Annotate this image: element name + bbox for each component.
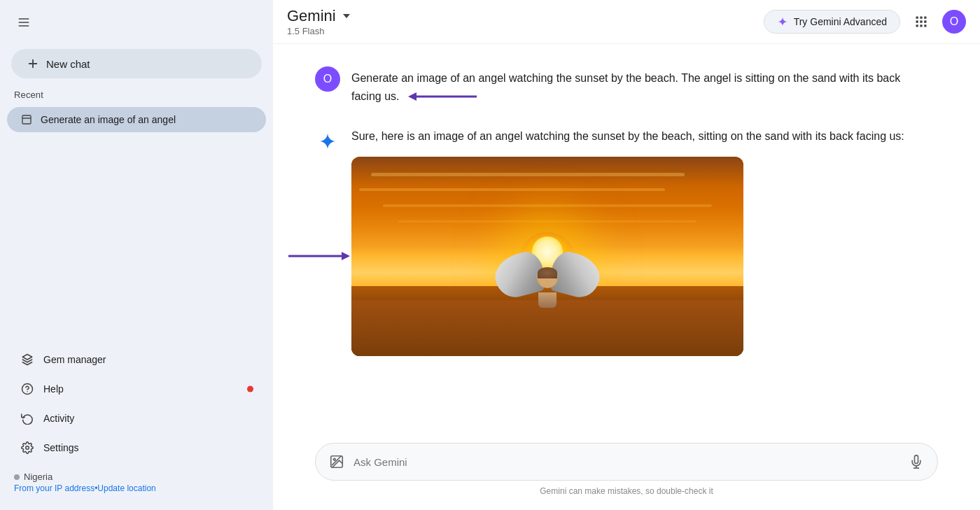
angel-hair	[538, 267, 557, 278]
svg-rect-17	[920, 24, 922, 27]
input-area: Gemini can make mistakes, so double-chec…	[273, 432, 980, 510]
svg-rect-5	[22, 115, 31, 124]
sidebar-item-activity-label: Activity	[43, 413, 74, 424]
location-dot-icon	[14, 474, 20, 480]
sidebar-item-settings[interactable]: Settings	[7, 434, 266, 462]
header-title-area: Gemini 1.5 Flash	[287, 7, 764, 36]
svg-rect-14	[920, 20, 922, 22]
cloud-streak-3	[383, 204, 712, 207]
gemini-message: Sure, here is an image of an angel watch…	[315, 127, 938, 359]
microphone-icon	[909, 455, 923, 469]
svg-rect-1	[19, 22, 29, 23]
new-chat-button[interactable]: New chat	[11, 49, 262, 78]
svg-rect-13	[916, 20, 918, 22]
gemini-logo-icon	[318, 132, 337, 151]
generated-image-container	[351, 157, 743, 356]
sidebar-item-settings-label: Settings	[43, 442, 79, 453]
header: Gemini 1.5 Flash Try Gemini Advanced	[273, 0, 980, 44]
main-content: Gemini 1.5 Flash Try Gemini Advanced	[273, 0, 980, 510]
microphone-button[interactable]	[906, 452, 926, 472]
svg-rect-16	[916, 24, 918, 27]
chat-input[interactable]	[354, 456, 899, 468]
image-icon	[329, 454, 344, 469]
sidebar-item-help[interactable]: Help	[7, 375, 266, 403]
svg-rect-12	[924, 17, 926, 19]
title-dropdown-icon[interactable]	[343, 14, 350, 18]
svg-marker-22	[342, 252, 350, 260]
cloud-streak-1	[371, 173, 685, 176]
svg-marker-20	[408, 92, 416, 101]
location-section: Nigeria From your IP address • Update lo…	[0, 463, 273, 504]
user-message-text: Generate an image of an angel watching t…	[351, 66, 925, 105]
recent-section-label: Recent	[0, 90, 273, 106]
header-actions: Try Gemini Advanced O	[764, 9, 966, 34]
gemini-content: Sure, here is an image of an angel watch…	[351, 127, 925, 359]
image-arrow-icon	[288, 250, 350, 262]
input-box	[315, 443, 938, 481]
svg-rect-18	[924, 24, 926, 27]
ip-address-link[interactable]: From your IP address	[14, 483, 94, 493]
sidebar-item-gem-manager-label: Gem manager	[43, 354, 106, 365]
model-label: 1.5 Flash	[287, 26, 764, 36]
sidebar-item-help-label: Help	[43, 383, 64, 395]
sidebar-item-activity[interactable]: Activity	[7, 404, 266, 432]
chat-area: O Generate an image of an angel watching…	[273, 44, 980, 432]
user-avatar[interactable]: O	[942, 10, 966, 34]
google-apps-button[interactable]	[909, 9, 934, 34]
disclaimer-text: Gemini can make mistakes, so double-chec…	[315, 481, 938, 504]
gemini-response-text: Sure, here is an image of an angel watch…	[351, 127, 925, 146]
cloud-streak-4	[398, 220, 696, 222]
location-country: Nigeria	[14, 472, 259, 482]
recent-chat-item[interactable]: Generate an image of an angel	[7, 107, 266, 132]
hamburger-button[interactable]	[11, 10, 36, 35]
image-input-icon[interactable]	[327, 452, 346, 472]
sidebar-nav: Gem manager Help Activity Settings	[0, 339, 273, 510]
user-message-avatar: O	[315, 66, 340, 92]
sand	[351, 300, 743, 356]
gemini-star-icon	[777, 16, 788, 27]
image-arrow-annotation	[288, 250, 350, 262]
generated-image	[351, 157, 743, 356]
svg-point-24	[333, 458, 335, 460]
try-advanced-button[interactable]: Try Gemini Advanced	[764, 10, 900, 34]
country-label: Nigeria	[24, 472, 52, 482]
grid-icon	[914, 15, 928, 29]
angel-body	[538, 292, 556, 308]
update-location-link[interactable]: Update location	[97, 483, 155, 493]
svg-rect-2	[19, 25, 29, 27]
cloud-streak-2	[359, 188, 665, 191]
user-message: O Generate an image of an angel watching…	[315, 66, 938, 105]
new-chat-label: New chat	[46, 58, 90, 70]
app-title-text: Gemini	[287, 7, 336, 25]
location-links: From your IP address • Update location	[14, 483, 259, 493]
user-message-arrow	[408, 91, 478, 102]
gemini-avatar	[315, 129, 340, 154]
svg-rect-15	[924, 20, 926, 22]
svg-rect-11	[920, 17, 922, 19]
app-title: Gemini	[287, 7, 764, 25]
sidebar: New chat Recent Generate an image of an …	[0, 0, 273, 510]
help-notification-dot	[247, 386, 253, 392]
svg-rect-0	[19, 18, 29, 20]
sidebar-item-gem-manager[interactable]: Gem manager	[7, 346, 266, 374]
try-advanced-label: Try Gemini Advanced	[794, 16, 887, 27]
sidebar-header	[0, 0, 273, 42]
chat-item-label: Generate an image of an angel	[41, 114, 176, 125]
svg-rect-10	[916, 17, 918, 19]
svg-point-9	[26, 446, 29, 450]
